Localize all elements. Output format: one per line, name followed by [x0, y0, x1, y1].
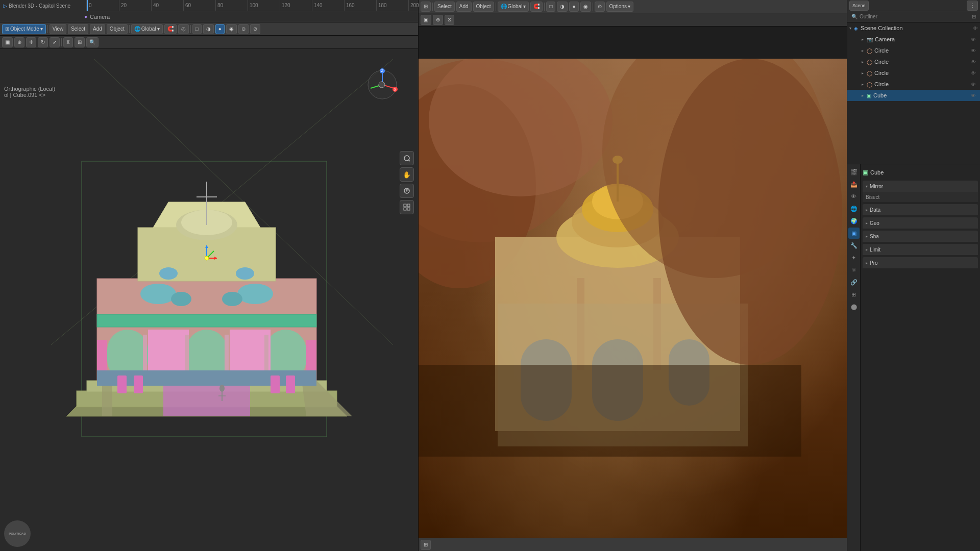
scene-eye-icon[interactable]: 👁	[973, 26, 978, 31]
camera-obj-icon: 📷	[867, 37, 873, 42]
outliner-item-circle3[interactable]: ▸ ◯ Circle 👁	[847, 67, 980, 79]
view-menu-btn[interactable]: View	[50, 24, 67, 34]
outliner-item-circle1[interactable]: ▸ ◯ Circle 👁	[847, 45, 980, 56]
filter-btn[interactable]: ⧖	[63, 37, 73, 47]
display-icon: ⊞	[78, 39, 82, 45]
right-box-icon: ▣	[424, 17, 428, 22]
data-header[interactable]: ▸ Data	[863, 204, 978, 215]
grid-btn[interactable]	[400, 200, 414, 214]
playhead[interactable]	[87, 0, 88, 11]
geo-header[interactable]: ▸ Geo	[863, 217, 978, 229]
outliner-item-cube[interactable]: ▸ ▣ Cube 👁	[847, 90, 980, 101]
add-menu-btn[interactable]: Add	[90, 24, 105, 34]
right-tool2[interactable]: ⊕	[433, 15, 443, 25]
circle1-eye-icon[interactable]: 👁	[971, 48, 976, 54]
right-select-btn[interactable]: ⊞	[421, 2, 431, 12]
render-view	[419, 59, 847, 551]
svg-rect-81	[419, 365, 801, 457]
right-options-btn[interactable]: Options ▾	[606, 2, 633, 12]
search-btn[interactable]: 🔍	[86, 37, 99, 47]
right-overlay-btn[interactable]: ⊙	[595, 2, 605, 12]
right-shading4[interactable]: ◉	[580, 2, 591, 12]
cube-eye-icon[interactable]: 👁	[971, 93, 976, 98]
rotate-view-btn[interactable]	[400, 184, 414, 198]
circle3-eye-icon[interactable]: 👁	[971, 70, 976, 76]
pan-btn[interactable]: ✋	[400, 167, 414, 182]
right-tool1[interactable]: ▣	[421, 15, 431, 25]
right-filter-icon: ⧖	[448, 17, 451, 23]
right-shading1[interactable]: □	[546, 2, 555, 12]
circle2-eye-icon[interactable]: 👁	[971, 59, 976, 65]
data-props-icon[interactable]: ⊞	[848, 289, 860, 300]
axis-gizmo[interactable]: Z X	[364, 67, 400, 104]
properties-panel: 🎬 📤 👁 🌐 🌍 ▣ 🔧 ✦ ⚛ 🔗 ⊞ ⬤ ▣ Cube	[847, 164, 980, 551]
right-tool3[interactable]: ⧖	[445, 15, 454, 25]
panel-options[interactable]: ⋮	[967, 1, 978, 11]
right-add-menu[interactable]: Add	[456, 2, 472, 12]
data-section: ▸ Data	[863, 204, 978, 215]
viewport-shading-mat[interactable]: ●	[215, 24, 225, 34]
timeline-strip[interactable]: ▷ Blender 3D - Capitol Scene 0 20 40 60 …	[0, 0, 418, 11]
right-subtoolbar: ▣ ⊕ ⧖	[419, 13, 847, 27]
right-bottom-btn1[interactable]: ⊞	[421, 540, 431, 550]
right-shading3[interactable]: ●	[569, 2, 578, 12]
right-object-menu[interactable]: Object	[473, 2, 494, 12]
physics-props-icon[interactable]: ⚛	[848, 264, 860, 276]
mirror-header[interactable]: ▾ Mirror	[863, 181, 978, 192]
snapping-btn[interactable]: 🧲	[164, 24, 177, 34]
svg-point-49	[222, 292, 242, 306]
circle4-eye-icon[interactable]: 👁	[971, 82, 976, 87]
outliner-item-circle4[interactable]: ▸ ◯ Circle 👁	[847, 79, 980, 90]
tool5[interactable]: ⤢	[50, 37, 60, 47]
tick-20: 20	[119, 0, 151, 11]
outliner-item-camera[interactable]: ▸ 📷 Camera 👁	[847, 34, 980, 45]
object-mode-btn[interactable]: ⊞ Object Mode ▾	[2, 24, 46, 34]
zoom-to-selection-btn[interactable]	[400, 151, 414, 165]
world-props-icon[interactable]: 🌍	[848, 215, 860, 227]
viewport-shading-wire[interactable]: □	[192, 24, 202, 34]
scene-collection-label: Scene Collection	[861, 25, 903, 31]
tool4[interactable]: ↻	[38, 37, 48, 47]
view-props-icon[interactable]: 👁	[848, 191, 860, 202]
xray-btn[interactable]: ⊘	[250, 24, 260, 34]
particles-props-icon[interactable]: ✦	[848, 252, 860, 263]
tool3[interactable]: ✛	[26, 37, 36, 47]
constraints-props-icon[interactable]: 🔗	[848, 277, 860, 288]
right-sep2	[496, 3, 496, 11]
select-menu-btn[interactable]: Select	[68, 24, 88, 34]
pro-header[interactable]: ▸ Pro	[863, 257, 978, 268]
object-props-icon[interactable]: ▣	[848, 228, 860, 239]
props-obj-name: Cube	[870, 169, 884, 176]
object-menu-btn[interactable]: Object	[107, 24, 128, 34]
modifier-props-icon[interactable]: 🔧	[848, 240, 860, 251]
viewport-shading-solid[interactable]: ◑	[203, 24, 214, 34]
render-scene-svg	[419, 59, 847, 551]
tool2[interactable]: ⊕	[14, 37, 24, 47]
limit-header[interactable]: ▸ Limit	[863, 244, 978, 255]
hand-icon: ✋	[403, 171, 411, 179]
right-transform-btn[interactable]: 🌐 Global ▾	[498, 2, 529, 12]
geo-expand-icon: ▸	[866, 221, 868, 226]
camera-eye-icon[interactable]: 👁	[971, 37, 976, 42]
scene-tab[interactable]: Scene	[849, 1, 869, 11]
right-global-icon: 🌐	[501, 4, 507, 9]
transform-btn[interactable]: 🌐 Global ▾	[131, 24, 163, 34]
overlay-btn[interactable]: ⊙	[238, 24, 249, 34]
outliner-item-circle2[interactable]: ▸ ◯ Circle 👁	[847, 56, 980, 67]
viewport-display-btn[interactable]: ⊞	[75, 37, 85, 47]
viewport-shading-render[interactable]: ◉	[226, 24, 237, 34]
svg-point-12	[406, 190, 408, 192]
right-select-menu[interactable]: Select	[434, 2, 455, 12]
right-mat-icon: ●	[572, 4, 575, 9]
scene-props-icon[interactable]: 🌐	[848, 203, 860, 214]
scene-collection-row[interactable]: ▾ ◈ Scene Collection 👁	[847, 22, 980, 34]
tool1[interactable]: ▣	[2, 37, 13, 47]
render-props-icon[interactable]: 🎬	[848, 166, 860, 178]
proportional-btn[interactable]: ◎	[178, 24, 189, 34]
solid-icon: ◑	[206, 26, 211, 32]
sha-header[interactable]: ▸ Sha	[863, 231, 978, 242]
right-shading2[interactable]: ◑	[557, 2, 568, 12]
material-props-icon[interactable]: ⬤	[848, 301, 860, 312]
output-props-icon[interactable]: 📤	[848, 179, 860, 190]
right-snap-btn[interactable]: 🧲	[530, 2, 543, 12]
